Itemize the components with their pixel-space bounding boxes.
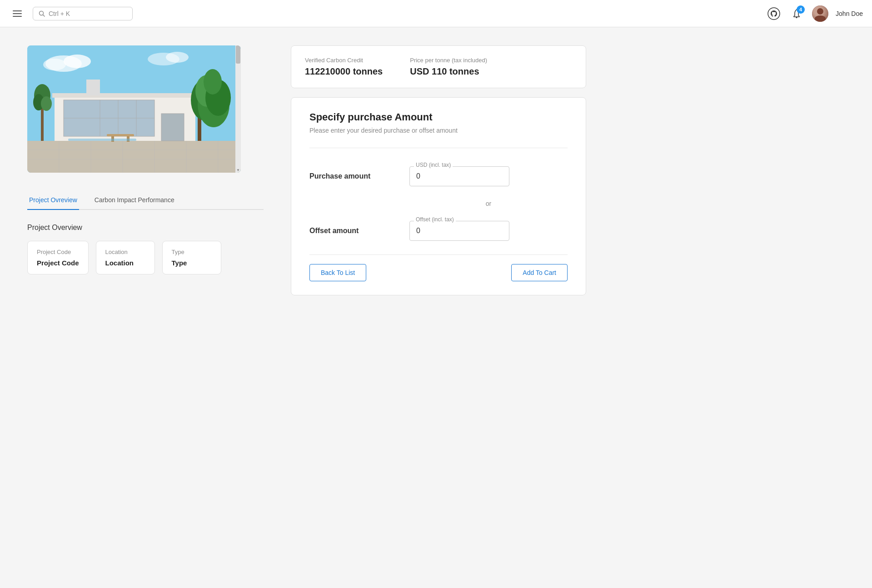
divider-top: [309, 148, 568, 148]
svg-point-6: [64, 55, 91, 68]
location-label: Location: [105, 249, 145, 255]
tabs-container: Project Ovreview Carbon Impact Performan…: [27, 191, 264, 210]
property-image: [27, 45, 241, 173]
svg-point-9: [166, 52, 189, 63]
notification-button[interactable]: 4: [788, 5, 805, 22]
verified-carbon-credit-value: 112210000 tonnes: [305, 66, 383, 77]
price-per-tonne-value: USD 110 tonnes: [410, 66, 487, 77]
right-column: Verified Carbon Credit 112210000 tonnes …: [291, 45, 586, 295]
header: Ctrl + K 4 John Doe: [0, 0, 872, 27]
add-to-cart-button[interactable]: Add To Cart: [511, 264, 568, 281]
project-code-label: Project Code: [37, 249, 79, 255]
purchase-amount-label: Purchase amount: [309, 172, 391, 180]
purchase-subtitle: Please enter your desired purchase or of…: [309, 127, 568, 134]
purchase-title: Specify purchase Amount: [309, 111, 568, 123]
github-icon[interactable]: [767, 6, 781, 21]
menu-icon[interactable]: [9, 7, 25, 20]
usd-field-label: USD (incl. tax): [414, 162, 453, 168]
offset-input-wrapper: Offset (incl. tax): [409, 221, 509, 241]
info-card-type: Type Type: [162, 241, 221, 274]
type-label: Type: [172, 249, 212, 255]
info-cards: Project Code Project Code Location Locat…: [27, 241, 264, 274]
location-value: Location: [105, 259, 145, 267]
svg-rect-21: [86, 80, 100, 95]
tab-project-overview[interactable]: Project Ovreview: [27, 191, 79, 209]
offset-field-label: Offset (incl. tax): [414, 216, 456, 223]
svg-rect-20: [52, 93, 198, 98]
svg-point-2: [768, 8, 780, 20]
user-name[interactable]: John Doe: [836, 10, 863, 17]
svg-line-1: [43, 15, 45, 16]
property-image-container: ▼: [27, 45, 241, 173]
search-placeholder: Ctrl + K: [49, 10, 70, 17]
info-card-location: Location Location: [96, 241, 155, 274]
usd-input[interactable]: [409, 166, 509, 186]
actions-row: Back To List Add To Cart: [309, 254, 568, 281]
svg-rect-38: [107, 134, 134, 136]
carbon-credit-card: Verified Carbon Credit 112210000 tonnes …: [291, 45, 586, 88]
project-code-value: Project Code: [37, 259, 79, 267]
offset-amount-row: Offset amount Offset (incl. tax): [309, 212, 568, 250]
search-bar[interactable]: Ctrl + K: [33, 7, 133, 20]
price-per-tonne-label: Price per tonne (tax included): [410, 57, 487, 64]
back-to-list-button[interactable]: Back To List: [309, 264, 366, 281]
purchase-amount-row: Purchase amount USD (incl. tax): [309, 157, 568, 195]
left-column: ▼ Project Ovreview Carbon Impact Perform…: [27, 45, 264, 295]
svg-rect-41: [68, 139, 136, 141]
info-card-project-code: Project Code Project Code: [27, 241, 89, 274]
svg-point-3: [796, 17, 797, 18]
avatar[interactable]: [812, 5, 828, 22]
main-content: ▼ Project Ovreview Carbon Impact Perform…: [0, 27, 872, 314]
or-divider: or: [409, 195, 568, 212]
svg-point-7: [43, 59, 66, 70]
credit-info-block-right: Price per tonne (tax included) USD 110 t…: [410, 57, 487, 77]
credit-info-block-left: Verified Carbon Credit 112210000 tonnes: [305, 57, 383, 77]
svg-rect-27: [161, 114, 184, 141]
verified-carbon-credit-label: Verified Carbon Credit: [305, 57, 383, 64]
scrollbar-arrow-down[interactable]: ▼: [236, 167, 240, 173]
notification-badge: 4: [797, 5, 805, 14]
search-icon: [39, 10, 45, 17]
scrollbar-thumb[interactable]: [236, 45, 240, 64]
offset-amount-label: Offset amount: [309, 227, 391, 235]
tab-carbon-impact[interactable]: Carbon Impact Performance: [93, 191, 176, 209]
offset-input[interactable]: [409, 221, 509, 241]
usd-input-wrapper: USD (incl. tax): [409, 166, 509, 186]
header-right: 4 John Doe: [767, 5, 863, 22]
svg-rect-10: [27, 141, 241, 173]
purchase-card: Specify purchase Amount Please enter you…: [291, 97, 586, 295]
svg-point-37: [204, 69, 222, 95]
svg-point-31: [41, 96, 52, 111]
section-title: Project Overview: [27, 224, 264, 232]
image-scrollbar[interactable]: ▼: [235, 45, 241, 173]
type-value: Type: [172, 259, 212, 267]
project-overview-section: Project Overview Project Code Project Co…: [27, 224, 264, 274]
